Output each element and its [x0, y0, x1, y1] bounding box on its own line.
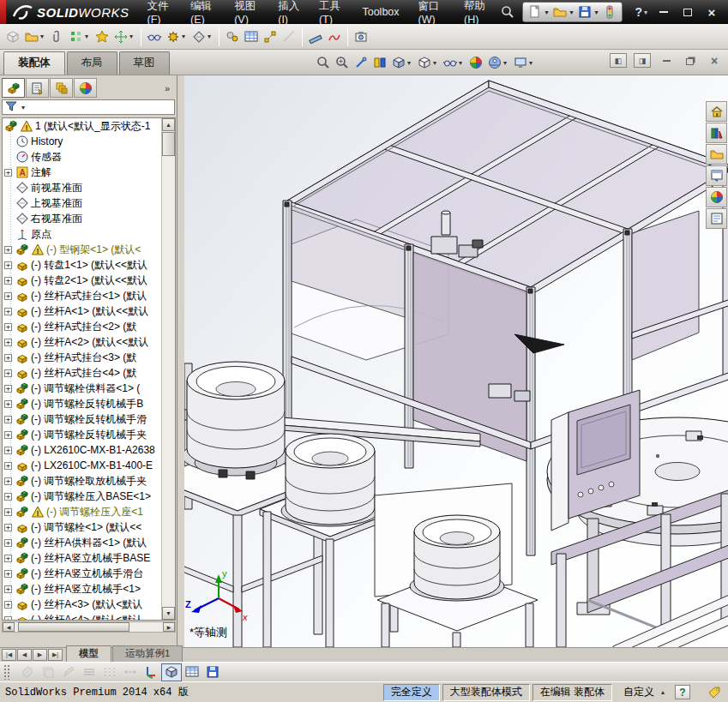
help-button[interactable]: ?▾	[635, 5, 649, 19]
menu-item-6[interactable]: Toolbox	[352, 0, 408, 24]
tree-item[interactable]: 上视基准面	[3, 195, 161, 211]
apply-scene-dropdown-arrow[interactable]: ▾	[502, 59, 508, 67]
rebuild-button[interactable]	[601, 3, 618, 21]
tab-nav-button-3[interactable]: ▶	[33, 649, 47, 661]
coordinate-system-button[interactable]	[141, 663, 161, 681]
tree-item[interactable]: 原点	[3, 226, 161, 242]
scroll-left-button[interactable]: ◀	[3, 622, 15, 632]
tree-item[interactable]: +(-) 丝杆A式挂台<2> (默	[3, 319, 161, 334]
toolbar-drag-handle[interactable]	[3, 664, 10, 680]
tree-expander[interactable]: +	[4, 555, 12, 562]
tag-icon[interactable]	[704, 686, 725, 699]
tree-horizontal-scrollbar[interactable]: ◀ ▶	[2, 621, 176, 633]
tree-item[interactable]: +(-) 转盘2<1> (默认<<默认	[3, 273, 161, 288]
menu-item-4[interactable]: 插入(I)	[268, 0, 310, 24]
tree-item[interactable]: +(-) 调节螺栓反转机械手滑	[3, 411, 161, 427]
view-orientation-button[interactable]: ▾	[389, 52, 415, 73]
new-document-dropdown-arrow[interactable]: ▾	[543, 9, 550, 16]
doc-restore-button[interactable]	[682, 53, 699, 68]
save-document-button[interactable]: ▾	[576, 3, 601, 21]
scroll-thumb[interactable]	[162, 132, 175, 156]
open-document-button[interactable]: ▾	[551, 3, 576, 21]
assembly-features-button[interactable]: ▾	[164, 26, 190, 48]
tree-expander[interactable]: +	[4, 477, 12, 485]
tree-expander[interactable]: +	[4, 601, 12, 609]
tree-item[interactable]: +(-) 调节螺栓取放机械手夹	[3, 473, 161, 489]
tab-nav-button-1[interactable]: |◀	[2, 649, 16, 661]
tree-item[interactable]: +(-) 丝杆A竖立机械手BASE	[3, 550, 161, 566]
tree-expander[interactable]: +	[4, 385, 12, 393]
tree-expander[interactable]: +	[4, 447, 12, 454]
view-orientation-dropdown-arrow[interactable]: ▾	[406, 59, 412, 67]
hide-show-items-button[interactable]: ▾	[441, 52, 466, 73]
taskpane-resources-button[interactable]	[706, 123, 727, 143]
tree-item[interactable]: +(-) 调节螺栓反转机械手B	[3, 396, 161, 411]
tree-item[interactable]: 右视基准面	[3, 211, 161, 226]
doc-minimize-button[interactable]	[658, 53, 675, 68]
save-table-button[interactable]	[202, 663, 223, 681]
section-view-button[interactable]	[370, 52, 389, 73]
panel-tab-configurationmanager[interactable]	[50, 78, 73, 98]
pane-left-button[interactable]: ◧	[610, 53, 627, 68]
menu-item-3[interactable]: 视图(V)	[225, 0, 268, 24]
bottom-tab-2[interactable]: 运动算例1	[112, 645, 183, 662]
tree-item[interactable]: +(-) 丝杆A<4> (默认<默认	[3, 612, 161, 620]
taskpane-design-library-button[interactable]	[706, 144, 727, 165]
tree-item[interactable]: +(-) 调节螺栓压入BASE<1>	[3, 489, 161, 504]
zoom-to-area-button[interactable]	[333, 52, 352, 73]
minimize-button[interactable]	[654, 4, 673, 20]
panel-tabs-overflow[interactable]: »	[165, 83, 175, 93]
commandmanager-tab-1[interactable]: 装配体	[3, 51, 65, 75]
scroll-right-button[interactable]: ▶	[163, 622, 175, 632]
reference-geometry-button[interactable]: ▾	[190, 26, 215, 48]
view-settings-button[interactable]: ▾	[511, 52, 537, 73]
panel-tab-displaymanager[interactable]	[74, 78, 97, 98]
reference-geometry-dropdown-arrow[interactable]: ▾	[206, 33, 213, 40]
tree-item[interactable]: +(-) 丝杆A式挂台<1> (默认	[3, 288, 161, 303]
mate-button[interactable]	[48, 26, 67, 48]
bottom-tab-1[interactable]: 模型	[66, 645, 111, 662]
tree-expander[interactable]: +	[4, 400, 12, 408]
menu-item-5[interactable]: 工具(T)	[310, 0, 353, 24]
display-style-button[interactable]: ▾	[415, 52, 441, 73]
tree-item[interactable]: +(-) 调节螺栓反转机械手夹	[3, 427, 161, 442]
tree-root-item[interactable]: !1 (默认<默认_显示状态-1	[3, 118, 161, 134]
tab-nav-button-4[interactable]: ▶|	[48, 649, 63, 661]
doc-close-button[interactable]: ×	[706, 53, 723, 68]
shaded-view-button[interactable]	[161, 663, 182, 681]
taskpane-custom-properties-button[interactable]	[706, 208, 727, 229]
tree-expander[interactable]: +	[4, 369, 12, 377]
tree-item[interactable]: +(-) 丝杆A供料器<1> (默认	[3, 535, 161, 550]
tree-expander[interactable]: +	[4, 292, 12, 300]
assembly-features-dropdown-arrow[interactable]: ▾	[180, 33, 187, 40]
show-hidden-components-button[interactable]	[145, 26, 164, 48]
zoom-to-fit-button[interactable]	[314, 52, 333, 73]
menu-item-1[interactable]: 文件(F)	[138, 0, 182, 24]
new-document-button[interactable]: ▾	[526, 3, 551, 21]
tree-expander[interactable]: +	[4, 323, 12, 331]
instant-3d-button[interactable]	[306, 26, 325, 48]
tree-expander[interactable]: +	[4, 416, 12, 423]
panel-tab-featuremanager[interactable]	[2, 78, 25, 98]
tree-expander[interactable]: +	[4, 246, 12, 254]
move-component-button[interactable]: ▾	[111, 26, 137, 48]
panel-splitter[interactable]	[178, 75, 184, 647]
bill-of-materials-button[interactable]	[242, 26, 261, 48]
tree-expander[interactable]: +	[4, 261, 12, 269]
panel-tab-propertymanager[interactable]	[26, 78, 49, 98]
edit-appearance-button[interactable]	[466, 52, 485, 73]
tree-item[interactable]: +!(-) 型钢架<1> (默认<	[3, 242, 161, 257]
exploded-view-button[interactable]	[261, 26, 280, 48]
tree-item[interactable]: +(-) LX2610C-MX-B1-A2638	[3, 442, 161, 458]
tree-item[interactable]: +(-) 丝杆A<2> (默认<<默认	[3, 334, 161, 350]
menu-item-7[interactable]: 窗口(W)	[409, 0, 454, 24]
taskpane-file-explorer-button[interactable]	[706, 165, 727, 186]
tab-nav-button-2[interactable]: ◀	[17, 649, 32, 661]
assembly-3d-view[interactable]: Z x y *等轴测	[184, 75, 728, 647]
tree-expander[interactable]: +	[4, 308, 12, 315]
search-icon[interactable]	[499, 3, 516, 21]
commandmanager-tab-2[interactable]: 布局	[67, 51, 117, 75]
tree-expander[interactable]: +	[4, 354, 12, 362]
hide-show-items-dropdown-arrow[interactable]: ▾	[457, 59, 464, 67]
tree-item[interactable]: +A注解	[3, 165, 161, 180]
